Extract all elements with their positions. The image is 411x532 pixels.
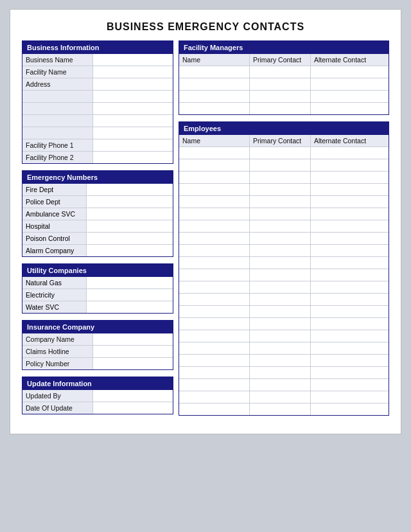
td-alt[interactable] xyxy=(311,208,389,220)
td-name[interactable] xyxy=(179,91,250,102)
td-name[interactable] xyxy=(179,379,250,391)
td-primary[interactable] xyxy=(250,208,311,220)
emerg-value[interactable] xyxy=(87,196,173,208)
td-alt[interactable] xyxy=(311,306,389,317)
td-primary[interactable] xyxy=(250,91,311,102)
emerg-value[interactable] xyxy=(87,289,173,301)
field-value[interactable] xyxy=(93,127,173,139)
td-name[interactable] xyxy=(179,294,250,305)
td-primary[interactable] xyxy=(250,233,311,244)
field-value[interactable] xyxy=(93,115,173,127)
td-name[interactable] xyxy=(179,306,250,317)
td-primary[interactable] xyxy=(250,355,311,366)
td-alt[interactable] xyxy=(311,342,389,354)
td-alt[interactable] xyxy=(311,294,389,305)
td-primary[interactable] xyxy=(250,220,311,232)
td-primary[interactable] xyxy=(250,245,311,256)
td-alt[interactable] xyxy=(311,172,389,183)
field-value[interactable] xyxy=(93,103,173,114)
field-value[interactable] xyxy=(93,91,173,102)
td-name[interactable] xyxy=(179,184,250,195)
field-value[interactable] xyxy=(93,333,173,345)
td-name[interactable] xyxy=(179,147,250,159)
td-name[interactable] xyxy=(179,391,250,403)
field-value[interactable] xyxy=(93,346,173,357)
field-value[interactable] xyxy=(93,390,173,402)
td-alt[interactable] xyxy=(311,159,389,171)
td-alt[interactable] xyxy=(311,330,389,342)
field-value[interactable] xyxy=(93,402,173,414)
td-name[interactable] xyxy=(179,367,250,378)
td-alt[interactable] xyxy=(311,184,389,195)
emerg-value[interactable] xyxy=(87,184,173,195)
td-name[interactable] xyxy=(179,257,250,269)
emerg-value[interactable] xyxy=(87,233,173,244)
field-value[interactable] xyxy=(93,66,173,78)
td-name[interactable] xyxy=(179,103,250,114)
td-primary[interactable] xyxy=(250,281,311,293)
emerg-value[interactable] xyxy=(87,208,173,220)
td-primary[interactable] xyxy=(250,147,311,159)
td-primary[interactable] xyxy=(250,184,311,195)
td-primary[interactable] xyxy=(250,391,311,403)
td-name[interactable] xyxy=(179,269,250,281)
td-primary[interactable] xyxy=(250,78,311,90)
td-primary[interactable] xyxy=(250,172,311,183)
td-alt[interactable] xyxy=(311,281,389,293)
td-primary[interactable] xyxy=(250,257,311,269)
td-primary[interactable] xyxy=(250,403,311,415)
td-primary[interactable] xyxy=(250,269,311,281)
td-name[interactable] xyxy=(179,66,250,78)
td-alt[interactable] xyxy=(311,66,389,78)
td-name[interactable] xyxy=(179,233,250,244)
emerg-value[interactable] xyxy=(87,301,173,313)
emerg-value[interactable] xyxy=(87,220,173,232)
td-primary[interactable] xyxy=(250,367,311,378)
td-alt[interactable] xyxy=(311,257,389,269)
td-primary[interactable] xyxy=(250,330,311,342)
td-name[interactable] xyxy=(179,220,250,232)
field-value[interactable] xyxy=(93,152,173,163)
td-alt[interactable] xyxy=(311,196,389,208)
td-name[interactable] xyxy=(179,159,250,171)
td-alt[interactable] xyxy=(311,269,389,281)
td-alt[interactable] xyxy=(311,367,389,378)
field-value[interactable] xyxy=(93,358,173,369)
td-alt[interactable] xyxy=(311,220,389,232)
td-primary[interactable] xyxy=(250,103,311,114)
td-name[interactable] xyxy=(179,196,250,208)
td-name[interactable] xyxy=(179,318,250,330)
td-alt[interactable] xyxy=(311,91,389,102)
td-name[interactable] xyxy=(179,342,250,354)
td-alt[interactable] xyxy=(311,355,389,366)
td-primary[interactable] xyxy=(250,294,311,305)
td-name[interactable] xyxy=(179,281,250,293)
td-name[interactable] xyxy=(179,403,250,415)
td-alt[interactable] xyxy=(311,318,389,330)
td-primary[interactable] xyxy=(250,159,311,171)
td-primary[interactable] xyxy=(250,306,311,317)
td-primary[interactable] xyxy=(250,196,311,208)
td-name[interactable] xyxy=(179,78,250,90)
td-primary[interactable] xyxy=(250,318,311,330)
td-name[interactable] xyxy=(179,355,250,366)
td-alt[interactable] xyxy=(311,379,389,391)
td-alt[interactable] xyxy=(311,245,389,256)
td-alt[interactable] xyxy=(311,403,389,415)
td-alt[interactable] xyxy=(311,147,389,159)
field-value[interactable] xyxy=(93,139,173,151)
field-value[interactable] xyxy=(93,54,173,66)
field-value[interactable] xyxy=(93,78,173,90)
emerg-value[interactable] xyxy=(87,245,173,256)
td-alt[interactable] xyxy=(311,233,389,244)
td-name[interactable] xyxy=(179,208,250,220)
td-name[interactable] xyxy=(179,172,250,183)
td-primary[interactable] xyxy=(250,66,311,78)
td-alt[interactable] xyxy=(311,391,389,403)
td-name[interactable] xyxy=(179,245,250,256)
td-primary[interactable] xyxy=(250,379,311,391)
emerg-value[interactable] xyxy=(87,277,173,288)
td-name[interactable] xyxy=(179,330,250,342)
td-alt[interactable] xyxy=(311,103,389,114)
td-primary[interactable] xyxy=(250,342,311,354)
